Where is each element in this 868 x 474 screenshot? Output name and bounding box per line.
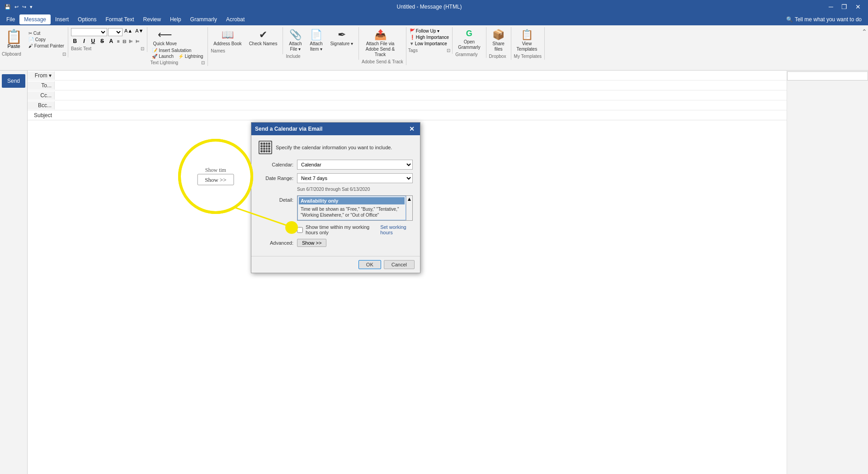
open-grammarly-button[interactable]: G OpenGrammarly <box>455 28 483 51</box>
from-row: From ▾ <box>28 71 787 81</box>
share-files-button[interactable]: 📦 Sharefiles <box>489 28 508 53</box>
tags-group: 🚩 Follow Up ▾ ❗ High Importance ▼ Low Im… <box>406 27 453 54</box>
attach-item-button[interactable]: 📄 AttachItem ▾ <box>307 28 326 53</box>
close-button[interactable]: ✕ <box>852 2 864 11</box>
cancel-button[interactable]: Cancel <box>384 260 415 269</box>
detail-selected-item[interactable]: Availability only <box>299 197 405 204</box>
underline-button[interactable]: U <box>89 37 97 45</box>
detail-description: Time will be shown as "Free," "Busy," "T… <box>299 205 405 219</box>
dropdown-icon[interactable]: ▾ <box>29 3 33 11</box>
menu-file[interactable]: File <box>2 14 19 24</box>
menu-help[interactable]: Help <box>165 14 186 24</box>
redo-icon[interactable]: ↪ <box>21 3 27 11</box>
window-controls: ─ ❐ ✕ <box>825 2 864 11</box>
copy-button[interactable]: 📄 Copy <box>27 37 66 43</box>
tags-label: Tags <box>408 48 418 53</box>
send-button[interactable]: Send <box>2 74 25 88</box>
date-range-row: Date Range: Next 7 days <box>259 173 413 183</box>
low-importance-button[interactable]: ▼ Low Importance <box>408 41 448 47</box>
subject-label: Subject <box>28 111 55 119</box>
high-importance-button[interactable]: ❗ High Importance <box>408 34 450 40</box>
bold-button[interactable]: B <box>71 37 79 45</box>
calendar-form-label: Calendar: <box>259 162 297 167</box>
ribbon: 📋 Paste ✂ Cut 📄 Copy 🖌 Format Painter Cl… <box>0 25 868 71</box>
cc-button[interactable]: Cc... <box>28 91 55 100</box>
search-icon: 🔍 <box>786 16 793 23</box>
adobe-attach-button[interactable]: 📤 Attach File viaAdobe Send & Track <box>362 28 399 58</box>
working-hours-checkbox[interactable] <box>297 227 303 233</box>
dialog-header: Specify the calendar information you wan… <box>259 141 413 154</box>
basic-text-label: Basic Text <box>71 46 91 51</box>
menu-review[interactable]: Review <box>139 14 165 24</box>
advanced-label: Advanced: <box>259 240 297 246</box>
show-advanced-button[interactable]: Show >> <box>297 239 326 247</box>
align-left-icon[interactable]: ⊫ <box>128 38 134 44</box>
menu-format-text[interactable]: Format Text <box>101 14 138 24</box>
font-color-button[interactable]: A <box>107 37 115 45</box>
launch-button[interactable]: 🚀 Launch <box>150 53 175 59</box>
to-button[interactable]: To... <box>28 81 55 90</box>
to-field[interactable] <box>55 81 787 90</box>
bcc-row: Bcc... <box>28 100 787 110</box>
format-painter-button[interactable]: 🖌 Format Painter <box>27 43 66 49</box>
set-working-hours-link[interactable]: Set working hours <box>380 224 413 235</box>
check-names-button[interactable]: ✔ Check Names <box>246 28 280 47</box>
from-field[interactable] <box>55 71 787 80</box>
grammarly-label: Grammarly <box>455 52 477 57</box>
cc-field[interactable] <box>55 91 787 100</box>
menu-options[interactable]: Options <box>73 14 101 24</box>
date-range-select[interactable]: Next 7 days <box>297 173 413 183</box>
lightning-button[interactable]: ⚡ Lightning <box>176 53 205 59</box>
tags-expand-icon[interactable]: ⊡ <box>447 48 450 53</box>
view-templates-button[interactable]: 📋 ViewTemplates <box>514 28 540 53</box>
quick-move-button[interactable]: ⟵ Quick Move <box>150 28 179 47</box>
menu-search[interactable]: 🔍 Tell me what you want to do <box>782 14 866 24</box>
menu-insert[interactable]: Insert <box>51 14 73 24</box>
menu-acrobat[interactable]: Acrobat <box>222 14 249 24</box>
italic-button[interactable]: I <box>80 37 88 45</box>
cut-button[interactable]: ✂ Cut <box>27 30 66 36</box>
from-button[interactable]: From ▾ <box>28 71 55 80</box>
align-right-icon[interactable]: ⊨ <box>135 38 141 44</box>
restore-button[interactable]: ❐ <box>838 2 851 11</box>
text-lightning-expand-icon[interactable]: ⊡ <box>201 60 205 65</box>
send-calendar-dialog: Send a Calendar via Email ✕ Specify the … <box>251 122 420 273</box>
numbered-list-icon[interactable]: ⊟ <box>122 38 127 44</box>
bcc-button[interactable]: Bcc... <box>28 101 55 109</box>
font-size-select[interactable] <box>108 28 123 36</box>
dialog-description: Specify the calendar information you wan… <box>276 145 392 150</box>
detail-scrollbar[interactable]: ▲ <box>406 196 412 220</box>
increase-font-icon[interactable]: A▲ <box>123 28 133 36</box>
bcc-field[interactable] <box>55 101 787 109</box>
menu-message[interactable]: Message <box>19 14 51 24</box>
insert-salutation-button[interactable]: 📝 Insert Salutation <box>150 47 193 53</box>
menu-grammarly[interactable]: Grammarly <box>186 14 222 24</box>
working-hours-label[interactable]: Show time within my working hours only <box>306 224 377 235</box>
attach-file-button[interactable]: 📎 AttachFile ▾ <box>286 28 305 53</box>
address-book-button[interactable]: 📖 Address Book <box>211 28 244 47</box>
ribbon-collapse-icon[interactable]: ⌃ <box>862 28 867 35</box>
ok-button[interactable]: OK <box>359 260 381 269</box>
calendar-row: Calendar: Calendar <box>259 160 413 170</box>
calendar-select[interactable]: Calendar <box>297 160 413 170</box>
quick-access-toolbar: 💾 ↩ ↪ ▾ <box>4 3 33 11</box>
bullet-list-icon[interactable]: ≡ <box>116 38 121 44</box>
dialog-footer: OK Cancel <box>251 256 420 273</box>
minimize-button[interactable]: ─ <box>825 2 837 11</box>
detail-listbox[interactable]: Availability only Time will be shown as … <box>297 195 413 221</box>
clipboard-expand-icon[interactable]: ⊡ <box>62 52 66 57</box>
subject-field[interactable] <box>55 111 787 119</box>
sidebar-search-input[interactable] <box>787 71 868 81</box>
undo-icon[interactable]: ↩ <box>14 3 19 11</box>
signature-button[interactable]: ✒ Signature ▾ <box>327 28 356 47</box>
strikethrough-button[interactable]: S <box>98 37 106 45</box>
dialog-title: Send a Calendar via Email <box>255 126 322 132</box>
paste-button[interactable]: 📋 Paste <box>2 28 26 51</box>
send-panel: Send <box>0 71 28 474</box>
font-family-select[interactable] <box>71 28 107 36</box>
dialog-close-button[interactable]: ✕ <box>407 124 416 133</box>
follow-up-button[interactable]: 🚩 Follow Up ▾ <box>408 28 441 34</box>
decrease-font-icon[interactable]: A▼ <box>134 28 144 36</box>
save-icon[interactable]: 💾 <box>4 3 12 11</box>
basic-text-expand-icon[interactable]: ⊡ <box>141 46 144 51</box>
